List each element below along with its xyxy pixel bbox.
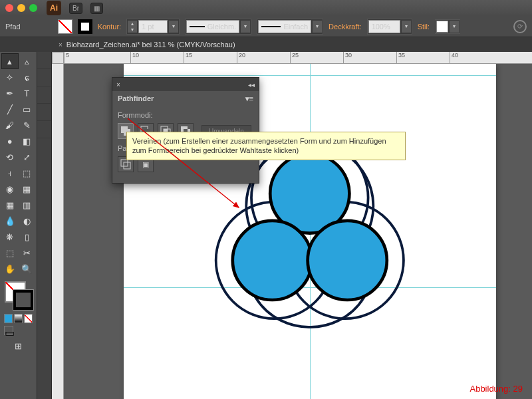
free-transform-tool[interactable]: ⬚ [19, 165, 36, 181]
figure-caption: Abbildung: 29 [469, 384, 523, 394]
document-tabbar: × Biohazard_Zeichen.ai* bei 311 % (CMYK/… [0, 37, 532, 52]
control-bar: Pfad Kontur: ▴▾ 1 pt ▾ Gleichm. ▾ Einfac… [0, 16, 532, 37]
svg-rect-17 [124, 162, 130, 169]
screen-mode[interactable]: ▭ [4, 326, 13, 335]
svg-rect-16 [121, 160, 128, 166]
pencil-tool[interactable]: ✎ [19, 117, 36, 133]
blob-brush-tool[interactable]: ● [1, 133, 19, 149]
graph-tool[interactable]: ▯ [19, 229, 36, 245]
shape-builder-tool[interactable]: ◉ [1, 181, 19, 197]
width-tool[interactable]: ⫞ [1, 165, 19, 181]
stroke-swatch[interactable] [78, 19, 92, 34]
type-tool[interactable]: T [19, 85, 36, 101]
panel-close-icon[interactable]: × [116, 81, 120, 88]
symbol-sprayer-tool[interactable]: ❋ [1, 229, 19, 245]
horizontal-ruler[interactable]: 510152025303540 [64, 52, 532, 64]
stroke-label: Kontur: [98, 23, 121, 31]
paintbrush-tool[interactable]: 🖌 [1, 117, 19, 133]
tooltip: Vereinen (zum Erstellen einer zusammenge… [126, 132, 406, 160]
style-label: Stil: [418, 23, 430, 31]
selection-type-label: Pfad [5, 23, 21, 31]
slice-tool[interactable]: ✂ [19, 245, 36, 261]
rotate-tool[interactable]: ⟲ [1, 149, 19, 165]
artboard-tool[interactable]: ⬚ [1, 245, 19, 261]
stroke-weight-field[interactable]: ▴▾ 1 pt ▾ [126, 19, 180, 35]
opacity-field[interactable]: 100% ▾ [367, 19, 412, 35]
pathfinder-panel[interactable]: × ◂◂ Pathfinder ▾≡ Formmodi: Umwandeln P… [112, 77, 259, 184]
direct-selection-tool[interactable]: ▵ [19, 53, 36, 69]
opacity-label: Deckkraft: [329, 23, 362, 31]
pen-tool[interactable]: ✒ [1, 85, 19, 101]
panel-collapse-icon[interactable]: ◂◂ [248, 81, 255, 88]
panel-header[interactable]: × ◂◂ [112, 78, 259, 91]
rectangle-tool[interactable]: ▭ [19, 101, 36, 117]
scale-tool[interactable]: ⤢ [19, 149, 36, 165]
svg-point-4 [233, 221, 312, 300]
window-titlebar: Ai Br ▦ [0, 0, 532, 16]
brush-dropdown[interactable]: Einfach ▾ [257, 19, 323, 35]
hand-tool[interactable]: ✋ [1, 261, 19, 277]
line-tool[interactable]: ╱ [1, 101, 19, 117]
eyedropper-tool[interactable]: 💧 [1, 213, 19, 229]
svg-point-5 [308, 221, 387, 300]
color-mode-gradient[interactable] [14, 314, 23, 323]
tools-panel: ▴▵ ✧ɕ ✒T ╱▭ 🖌✎ ●◧ ⟲⤢ ⫞⬚ ◉▦ ▦▥ 💧◐ ❋▯ ⬚✂ ✋… [0, 52, 37, 399]
stroke-color[interactable] [13, 290, 33, 310]
app-icon: Ai [47, 1, 61, 15]
lasso-tool[interactable]: ɕ [19, 69, 36, 85]
document-tab[interactable]: × Biohazard_Zeichen.ai* bei 311 % (CMYK/… [52, 37, 242, 52]
guide-horizontal-2[interactable] [124, 75, 496, 76]
panel-menu-icon[interactable]: ▾≡ [245, 94, 253, 103]
gradient-tool[interactable]: ▥ [19, 197, 36, 213]
close-window-btn[interactable] [5, 4, 13, 12]
close-tab-icon[interactable]: × [59, 41, 63, 49]
blend-tool[interactable]: ◐ [19, 213, 36, 229]
bridge-button[interactable]: Br [69, 3, 82, 14]
color-swatches[interactable] [1, 281, 35, 313]
maximize-window-btn[interactable] [29, 4, 37, 12]
collapsed-panel-rail[interactable] [37, 52, 52, 399]
shape-modes-label: Formmodi: [118, 111, 253, 119]
magic-wand-tool[interactable]: ✧ [1, 69, 19, 85]
panel-title: Pathfinder [118, 94, 154, 102]
stroke-profile-dropdown[interactable]: Gleichm. ▾ [185, 19, 251, 35]
document-title: Biohazard_Zeichen.ai* bei 311 % (CMYK/Vo… [66, 41, 235, 49]
minimize-window-btn[interactable] [17, 4, 25, 12]
zoom-tool[interactable]: 🔍 [19, 261, 36, 277]
fill-swatch[interactable] [58, 19, 72, 34]
layout-button[interactable]: ▦ [90, 3, 103, 14]
ruler-origin[interactable] [52, 52, 64, 64]
change-screen-mode[interactable]: ⊞ [1, 338, 35, 354]
perspective-tool[interactable]: ▦ [19, 181, 36, 197]
color-mode-none[interactable] [24, 314, 33, 323]
mesh-tool[interactable]: ▦ [1, 197, 19, 213]
sync-icon[interactable]: ⟳ [513, 20, 527, 33]
eraser-tool[interactable]: ◧ [19, 133, 36, 149]
selection-tool[interactable]: ▴ [1, 53, 19, 69]
style-dropdown[interactable]: ▾ [435, 19, 460, 34]
color-mode-solid[interactable] [4, 314, 13, 323]
vertical-ruler[interactable] [52, 64, 64, 399]
